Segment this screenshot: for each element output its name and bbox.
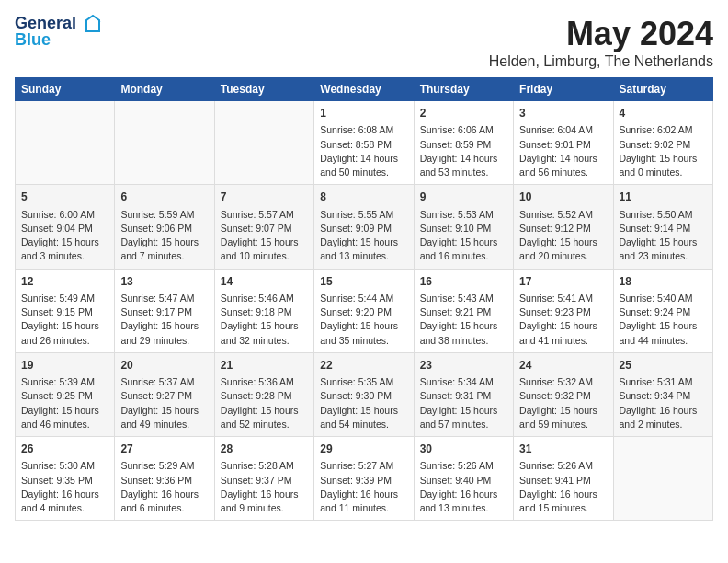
day-number: 22	[320, 358, 407, 373]
calendar-cell: 20Sunrise: 5:37 AM Sunset: 9:27 PM Dayli…	[115, 352, 214, 436]
day-info: Sunrise: 5:35 AM Sunset: 9:30 PM Dayligh…	[320, 375, 407, 431]
logo-blue: Blue	[15, 31, 103, 50]
calendar-cell	[115, 101, 214, 185]
day-info: Sunrise: 5:49 AM Sunset: 9:15 PM Dayligh…	[21, 292, 108, 348]
day-info: Sunrise: 6:00 AM Sunset: 9:04 PM Dayligh…	[21, 208, 108, 264]
header-thursday: Thursday	[414, 78, 513, 101]
day-info: Sunrise: 5:57 AM Sunset: 9:07 PM Dayligh…	[221, 208, 308, 264]
calendar-cell: 5Sunrise: 6:00 AM Sunset: 9:04 PM Daylig…	[16, 185, 115, 269]
day-number: 5	[21, 190, 108, 205]
logo-icon	[83, 15, 103, 33]
calendar-cell	[16, 101, 115, 185]
day-number: 20	[120, 358, 208, 373]
day-info: Sunrise: 5:46 AM Sunset: 9:18 PM Dayligh…	[221, 292, 308, 348]
day-number: 23	[420, 358, 507, 373]
day-number: 3	[519, 106, 607, 121]
calendar-cell: 15Sunrise: 5:44 AM Sunset: 9:20 PM Dayli…	[314, 269, 414, 352]
calendar-cell: 17Sunrise: 5:41 AM Sunset: 9:23 PM Dayli…	[514, 269, 613, 352]
day-info: Sunrise: 5:27 AM Sunset: 9:39 PM Dayligh…	[320, 459, 407, 515]
day-info: Sunrise: 5:32 AM Sunset: 9:32 PM Dayligh…	[519, 375, 607, 431]
calendar-cell: 19Sunrise: 5:39 AM Sunset: 9:25 PM Dayli…	[16, 352, 115, 436]
day-info: Sunrise: 5:59 AM Sunset: 9:06 PM Dayligh…	[120, 208, 208, 264]
calendar-week-3: 12Sunrise: 5:49 AM Sunset: 9:15 PM Dayli…	[16, 269, 713, 352]
month-title: May 2024	[489, 15, 713, 53]
day-info: Sunrise: 5:34 AM Sunset: 9:31 PM Dayligh…	[420, 375, 507, 431]
day-info: Sunrise: 5:28 AM Sunset: 9:37 PM Dayligh…	[221, 459, 308, 515]
day-number: 2	[420, 106, 507, 121]
calendar-cell: 28Sunrise: 5:28 AM Sunset: 9:37 PM Dayli…	[214, 437, 313, 521]
day-number: 18	[620, 274, 707, 290]
title-block: May 2024 Helden, Limburg, The Netherland…	[489, 15, 713, 70]
day-number: 4	[620, 106, 707, 121]
day-number: 14	[221, 274, 308, 290]
svg-marker-0	[86, 16, 99, 31]
header-saturday: Saturday	[613, 78, 712, 101]
calendar-cell: 4Sunrise: 6:02 AM Sunset: 9:02 PM Daylig…	[613, 101, 712, 185]
calendar-cell: 3Sunrise: 6:04 AM Sunset: 9:01 PM Daylig…	[514, 101, 613, 185]
day-info: Sunrise: 6:08 AM Sunset: 8:58 PM Dayligh…	[320, 123, 407, 179]
header-tuesday: Tuesday	[214, 78, 313, 101]
calendar-cell: 2Sunrise: 6:06 AM Sunset: 8:59 PM Daylig…	[414, 101, 513, 185]
day-info: Sunrise: 5:43 AM Sunset: 9:21 PM Dayligh…	[420, 292, 507, 348]
day-number: 16	[420, 274, 507, 290]
calendar-cell: 14Sunrise: 5:46 AM Sunset: 9:18 PM Dayli…	[214, 269, 313, 352]
day-number: 27	[120, 442, 208, 457]
day-info: Sunrise: 6:06 AM Sunset: 8:59 PM Dayligh…	[420, 123, 507, 179]
day-info: Sunrise: 5:29 AM Sunset: 9:36 PM Dayligh…	[120, 459, 208, 515]
calendar-cell: 26Sunrise: 5:30 AM Sunset: 9:35 PM Dayli…	[16, 437, 115, 521]
calendar-cell: 8Sunrise: 5:55 AM Sunset: 9:09 PM Daylig…	[314, 185, 414, 269]
calendar-week-4: 19Sunrise: 5:39 AM Sunset: 9:25 PM Dayli…	[16, 352, 713, 436]
calendar-cell: 30Sunrise: 5:26 AM Sunset: 9:40 PM Dayli…	[414, 437, 513, 521]
day-number: 30	[420, 442, 507, 457]
logo: General Blue	[15, 15, 103, 50]
day-info: Sunrise: 5:31 AM Sunset: 9:34 PM Dayligh…	[620, 375, 707, 431]
calendar-cell: 9Sunrise: 5:53 AM Sunset: 9:10 PM Daylig…	[414, 185, 513, 269]
day-number: 13	[120, 274, 208, 290]
day-number: 29	[320, 442, 407, 457]
day-info: Sunrise: 5:55 AM Sunset: 9:09 PM Dayligh…	[320, 208, 407, 264]
calendar-cell: 10Sunrise: 5:52 AM Sunset: 9:12 PM Dayli…	[514, 185, 613, 269]
day-info: Sunrise: 5:41 AM Sunset: 9:23 PM Dayligh…	[519, 292, 607, 348]
calendar-cell: 24Sunrise: 5:32 AM Sunset: 9:32 PM Dayli…	[514, 352, 613, 436]
day-number: 26	[21, 442, 108, 457]
page-header: General Blue May 2024 Helden, Limburg, T…	[15, 15, 713, 70]
day-number: 10	[519, 190, 607, 205]
day-number: 31	[519, 442, 607, 457]
day-number: 15	[320, 274, 407, 290]
day-info: Sunrise: 5:52 AM Sunset: 9:12 PM Dayligh…	[519, 208, 607, 264]
day-info: Sunrise: 5:50 AM Sunset: 9:14 PM Dayligh…	[620, 208, 707, 264]
header-monday: Monday	[115, 78, 214, 101]
day-info: Sunrise: 6:04 AM Sunset: 9:01 PM Dayligh…	[519, 123, 607, 179]
day-number: 25	[620, 358, 707, 373]
calendar-cell: 6Sunrise: 5:59 AM Sunset: 9:06 PM Daylig…	[115, 185, 214, 269]
calendar-cell: 31Sunrise: 5:26 AM Sunset: 9:41 PM Dayli…	[514, 437, 613, 521]
calendar-week-5: 26Sunrise: 5:30 AM Sunset: 9:35 PM Dayli…	[16, 437, 713, 521]
header-friday: Friday	[514, 78, 613, 101]
day-info: Sunrise: 5:40 AM Sunset: 9:24 PM Dayligh…	[620, 292, 707, 348]
day-info: Sunrise: 5:44 AM Sunset: 9:20 PM Dayligh…	[320, 292, 407, 348]
calendar-cell	[613, 437, 712, 521]
day-number: 12	[21, 274, 108, 290]
day-info: Sunrise: 5:26 AM Sunset: 9:40 PM Dayligh…	[420, 459, 507, 515]
day-info: Sunrise: 5:36 AM Sunset: 9:28 PM Dayligh…	[221, 375, 308, 431]
calendar-header-row: SundayMondayTuesdayWednesdayThursdayFrid…	[16, 78, 713, 101]
calendar-cell: 29Sunrise: 5:27 AM Sunset: 9:39 PM Dayli…	[314, 437, 414, 521]
calendar-week-2: 5Sunrise: 6:00 AM Sunset: 9:04 PM Daylig…	[16, 185, 713, 269]
day-number: 8	[320, 190, 407, 205]
day-info: Sunrise: 5:39 AM Sunset: 9:25 PM Dayligh…	[21, 375, 108, 431]
calendar-cell: 12Sunrise: 5:49 AM Sunset: 9:15 PM Dayli…	[16, 269, 115, 352]
header-wednesday: Wednesday	[314, 78, 414, 101]
day-info: Sunrise: 5:47 AM Sunset: 9:17 PM Dayligh…	[120, 292, 208, 348]
location-title: Helden, Limburg, The Netherlands	[489, 53, 713, 70]
day-info: Sunrise: 5:53 AM Sunset: 9:10 PM Dayligh…	[420, 208, 507, 264]
day-number: 11	[620, 190, 707, 205]
logo-general: General	[15, 14, 76, 32]
calendar-cell: 25Sunrise: 5:31 AM Sunset: 9:34 PM Dayli…	[613, 352, 712, 436]
day-info: Sunrise: 5:30 AM Sunset: 9:35 PM Dayligh…	[21, 459, 108, 515]
day-number: 21	[221, 358, 308, 373]
calendar-table: SundayMondayTuesdayWednesdayThursdayFrid…	[15, 77, 713, 521]
day-number: 19	[21, 358, 108, 373]
calendar-cell: 7Sunrise: 5:57 AM Sunset: 9:07 PM Daylig…	[214, 185, 313, 269]
calendar-cell: 23Sunrise: 5:34 AM Sunset: 9:31 PM Dayli…	[414, 352, 513, 436]
day-number: 24	[519, 358, 607, 373]
